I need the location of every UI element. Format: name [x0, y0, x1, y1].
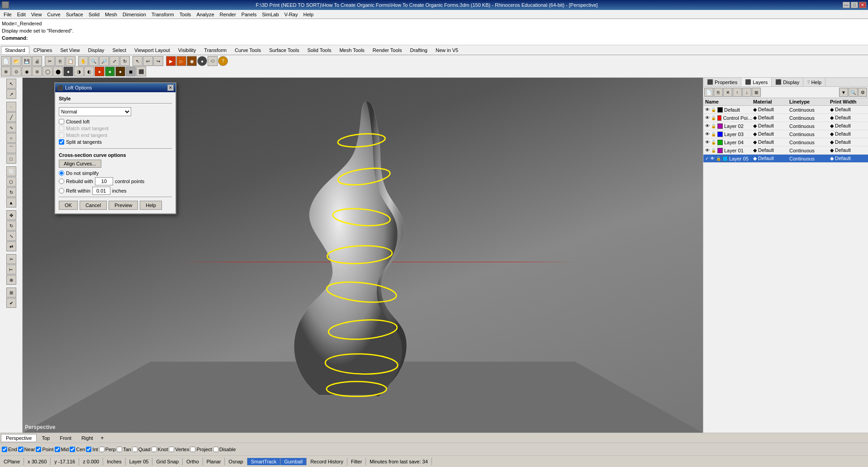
zoom-out-button[interactable]: 🔎 [99, 56, 109, 66]
status-unit[interactable]: Inches [103, 458, 125, 465]
lt-arc[interactable]: ⌒ [6, 143, 16, 153]
toolbar-tab-mesh-tools[interactable]: Mesh Tools [335, 46, 368, 54]
layer-visible-icon[interactable]: 👁 [705, 140, 710, 145]
lt-extrude[interactable]: ▲ [6, 198, 16, 208]
new-layer-button[interactable]: 📄 [704, 88, 713, 97]
status-ortho[interactable]: Ortho [183, 458, 203, 465]
style-select[interactable]: Normal Loose Tight Straight sections Dev… [59, 107, 131, 116]
cancel-button[interactable]: Cancel [80, 201, 107, 210]
filter-button[interactable]: ▼ [839, 88, 848, 97]
lt-circle[interactable]: ○ [6, 133, 16, 143]
layer-row[interactable]: 👁🔓Default◆ DefaultContinuous◆ Default [703, 106, 868, 114]
tab-display[interactable]: ⬛ Display [772, 78, 803, 86]
toolbar-tab-select[interactable]: Select [109, 46, 131, 54]
zoom-in-button[interactable]: 🔍 [89, 56, 99, 66]
layer-lock-icon[interactable]: 🔓 [711, 116, 716, 120]
osnap-mid-checkbox[interactable] [55, 447, 60, 452]
osnap-disable[interactable]: Disable [213, 447, 236, 452]
tb2-9[interactable]: ◐ [84, 66, 94, 76]
menu-item-view[interactable]: View [28, 11, 45, 18]
tb2-4[interactable]: ⊚ [32, 66, 42, 76]
layer-visible-icon[interactable]: 👁 [705, 132, 710, 137]
tb2-6[interactable]: ⬤ [53, 66, 63, 76]
osnap-quad-checkbox[interactable] [132, 447, 138, 452]
menu-item-file[interactable]: File [1, 11, 14, 18]
undo-button[interactable]: ↩ [143, 56, 153, 66]
vp-tab-front[interactable]: Front [55, 434, 76, 442]
lt-revolve[interactable]: ↻ [6, 187, 16, 197]
lt-select[interactable]: ↖ [6, 79, 16, 89]
print-button[interactable]: 🖨 [32, 56, 42, 66]
render2-button[interactable]: ▷ [176, 56, 186, 66]
toolbar-tab-visibility[interactable]: Visibility [174, 46, 200, 54]
cut-button[interactable]: ✂ [45, 56, 55, 66]
layer-visible-icon[interactable]: 👁 [705, 115, 710, 120]
menu-item-help[interactable]: Help [301, 11, 317, 18]
tb2-3[interactable]: ◉ [22, 66, 32, 76]
menu-item-surface[interactable]: Surface [63, 11, 86, 18]
layer-row[interactable]: 👁🔓Layer 04◆ DefaultContinuous◆ Default [703, 138, 868, 146]
lt-boolean[interactable]: ⊕ [6, 275, 16, 285]
lt-line[interactable]: ╱ [6, 112, 16, 122]
osnap-mid[interactable]: Mid [55, 447, 69, 452]
lt-point[interactable]: · [6, 102, 16, 112]
layer-visible-icon[interactable]: 👁 [710, 156, 715, 161]
layer-color-swatch[interactable] [717, 115, 721, 121]
tb2-13[interactable]: ◼ [126, 66, 136, 76]
vp-tab-right[interactable]: Right [76, 434, 98, 442]
lt-grid[interactable]: ⊞ [6, 288, 16, 297]
delete-layer-button[interactable]: ✕ [723, 88, 732, 97]
lt-move[interactable]: ✥ [6, 210, 16, 220]
redo-button[interactable]: ↪ [153, 56, 163, 66]
layer-row[interactable]: 👁🔓Layer 02◆ DefaultContinuous◆ Default [703, 122, 868, 130]
toolbar-tab-cplanes[interactable]: CPlanes [29, 46, 57, 54]
osnap-knot[interactable]: Knot [152, 447, 168, 452]
osnap-project-checkbox[interactable] [190, 447, 195, 452]
loft-dialog-titlebar[interactable]: ⬛ Loft Options ✕ [55, 83, 175, 92]
status-record-history[interactable]: Record History [307, 458, 347, 465]
osnap-knot-checkbox[interactable] [152, 447, 157, 452]
help-button[interactable]: Help [140, 201, 162, 210]
osnap-perp-checkbox[interactable] [99, 447, 104, 452]
menu-item-panels[interactable]: Panels [239, 11, 260, 18]
menu-item-render[interactable]: Render [217, 11, 239, 18]
status-osnap[interactable]: Osnap [225, 458, 247, 465]
toolbar-tab-display[interactable]: Display [84, 46, 108, 54]
osnap-quad[interactable]: Quad [132, 447, 151, 452]
copy-button[interactable]: ⎘ [55, 56, 65, 66]
tb2-5[interactable]: ◯ [43, 66, 52, 76]
layer-color-swatch[interactable] [717, 132, 723, 137]
save-button[interactable]: 💾 [22, 56, 32, 66]
osnap-disable-checkbox[interactable] [213, 447, 218, 452]
osnap-point[interactable]: Point [36, 447, 53, 452]
open-file-button[interactable]: 📂 [11, 56, 21, 66]
tb2-14[interactable]: ⬛ [136, 66, 146, 76]
layer-lock-icon[interactable]: 🔓 [711, 132, 716, 137]
tb2-2[interactable]: ⊙ [11, 66, 21, 76]
match-start-checkbox[interactable] [59, 126, 64, 131]
menu-item-curve[interactable]: Curve [44, 11, 63, 18]
maximize-button[interactable]: □ [851, 2, 858, 8]
lt-scale[interactable]: ⤡ [6, 231, 16, 241]
layer-color-swatch[interactable] [717, 140, 723, 145]
minimize-button[interactable]: — [843, 2, 850, 8]
layer-visible-icon[interactable]: 👁 [705, 148, 710, 153]
osnap-tan-checkbox[interactable] [117, 447, 122, 452]
layer-lock-icon[interactable]: 🔓 [716, 156, 721, 161]
sphere-button[interactable]: ● [197, 56, 207, 66]
split-tangents-checkbox[interactable] [59, 139, 64, 145]
menu-item-simlab[interactable]: SimLab [259, 11, 281, 18]
toolbar-tab-surface-tools[interactable]: Surface Tools [265, 46, 303, 54]
toolbar-tab-drafting[interactable]: Drafting [406, 46, 432, 54]
lt-surface[interactable]: ⬜ [6, 166, 16, 176]
rebuild-with-radio[interactable] [59, 179, 64, 184]
layer-color-swatch[interactable] [722, 156, 728, 161]
viewport[interactable]: Perspective ⬛ Loft Options ✕ Style Norma… [23, 78, 703, 433]
osnap-end-checkbox[interactable] [2, 447, 7, 452]
tb2-1[interactable]: ⊕ [1, 66, 11, 76]
lt-curve[interactable]: ∿ [6, 123, 16, 132]
expand-button[interactable]: ⊞ [752, 88, 761, 97]
layer-lock-icon[interactable]: 🔓 [711, 148, 716, 153]
menu-item-dimension[interactable]: Dimension [120, 11, 149, 18]
menu-item-edit[interactable]: Edit [14, 11, 28, 18]
